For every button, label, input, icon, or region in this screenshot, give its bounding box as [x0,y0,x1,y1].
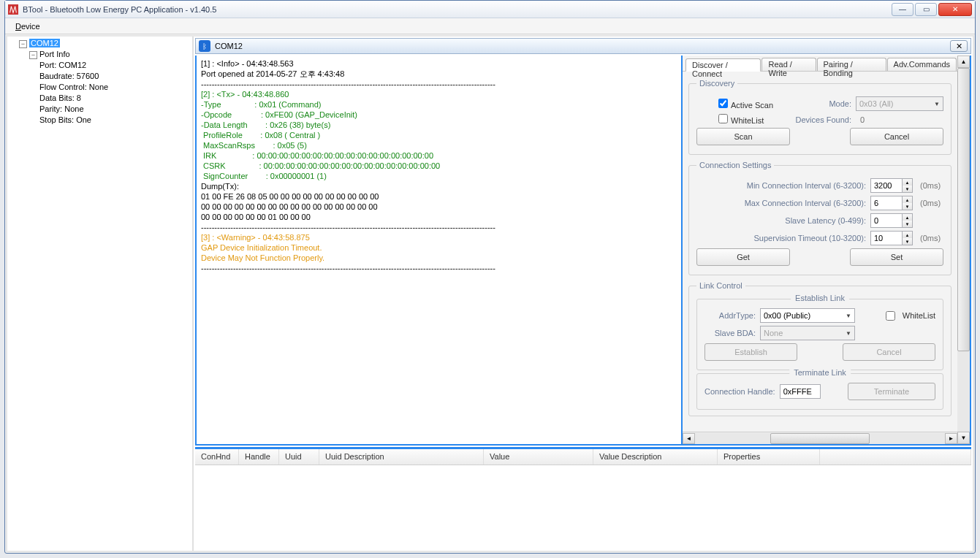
min-interval-input[interactable]: 3200 [870,178,903,193]
log-line: SignCounter : 0x00000001 (1) [201,171,677,181]
spinner[interactable]: ▲▼ [903,196,913,210]
scroll-thumb[interactable] [770,433,870,444]
tree-leaf[interactable]: Port: COM12 [39,60,191,71]
max-interval-label: Max Connection Interval (6-3200): [696,199,866,207]
tab-read-write[interactable]: Read / Write [761,58,816,71]
slavebda-combo[interactable]: None▼ [760,326,855,340]
link-cancel-button[interactable]: Cancel [843,343,935,361]
get-button[interactable]: Get [696,248,790,266]
scroll-right-icon[interactable]: ► [945,433,957,444]
log-line: -Type : 0x01 (Command) [201,99,677,110]
log-line: ProfileRole : 0x08 ( Central ) [201,130,677,140]
supervision-timeout-label: Supervision Timeout (10-3200): [696,234,866,242]
scroll-thumb[interactable] [957,68,970,351]
tree-leaf[interactable]: Parity: None [39,104,191,115]
log-line: 01 00 FE 26 08 05 00 00 00 00 00 00 00 0… [201,191,677,202]
menubar: Device [5,18,975,34]
max-interval-input[interactable]: 6 [870,196,903,210]
close-button[interactable]: ✕ [938,3,972,16]
link-control-group: Link Control Establish Link AddrType: 0x… [688,281,951,416]
panel-body: Discovery Active Scan Mode: 0x03 (All)▼ … [683,72,957,432]
maximize-button[interactable]: ▭ [915,3,937,16]
scroll-up-icon[interactable]: ▲ [957,56,970,68]
tree-leaf[interactable]: Baudrate: 57600 [39,71,191,82]
log-line: 00 00 00 00 00 00 00 00 00 00 00 00 00 0… [201,202,677,212]
spinner[interactable]: ▲▼ [903,231,913,245]
supervision-timeout-input[interactable]: 10 [870,231,903,245]
connection-settings-group: Connection Settings Min Connection Inter… [688,161,951,275]
vertical-scrollbar[interactable]: ▲ ▼ [957,56,970,444]
horizontal-scrollbar[interactable]: ◄ ► [683,432,957,444]
whitelist-checkbox[interactable] [718,114,728,123]
spinner[interactable]: ▲▼ [903,213,913,228]
log-line: Port opened at 2014-05-27 오후 4:43:48 [201,69,677,79]
com-header: ᛒ COM12 ✕ [195,38,971,54]
col-conhnd[interactable]: ConHnd [195,449,239,465]
tab-pairing[interactable]: Pairing / Bonding [817,58,886,71]
link-legend: Link Control [696,281,745,290]
log-pane[interactable]: [1] : <Info> - 04:43:48.563 Port opened … [197,56,681,444]
col-handle[interactable]: Handle [239,449,279,465]
side-panel: Discover / Connect Read / Write Pairing … [681,56,970,444]
conn-legend: Connection Settings [696,161,774,169]
com-close-button[interactable]: ✕ [950,40,968,52]
mode-combo[interactable]: 0x03 (All)▼ [856,96,943,111]
tree-toggle-icon[interactable]: − [29,51,37,59]
col-spacer [820,449,971,465]
set-button[interactable]: Set [850,248,943,266]
slave-latency-input[interactable]: 0 [870,213,903,228]
active-scan-label: Active Scan [731,101,773,110]
establish-legend: Establish Link [791,294,849,302]
minimize-button[interactable]: — [892,3,913,16]
tree-leaf[interactable]: Stop Bits: One [39,115,191,126]
col-properties[interactable]: Properties [718,449,820,465]
establish-button[interactable]: Establish [704,343,797,361]
col-value[interactable]: Value [484,449,593,465]
titlebar[interactable]: BTool - Bluetooth Low Energy PC Applicat… [5,1,975,18]
log-line: [2] : <Tx> - 04:43:48.860 [201,89,677,99]
tree-leaf[interactable]: Data Bits: 8 [39,93,191,104]
tree-pane: −COM12 −Port Info Port: COM12 Baudrate: … [7,37,194,551]
client-area: −COM12 −Port Info Port: COM12 Baudrate: … [6,35,974,552]
log-line: MaxScanRsps : 0x05 (5) [201,140,677,150]
unit-label: (0ms) [920,234,943,242]
tab-adv[interactable]: Adv.Commands [887,58,957,71]
log-line: ----------------------------------------… [201,263,677,273]
scroll-left-icon[interactable]: ◄ [683,433,695,444]
log-line: [3] : <Warning> - 04:43:58.875 [201,232,677,242]
table-body[interactable] [195,465,971,549]
addrtype-combo[interactable]: 0x00 (Public)▼ [760,308,855,323]
terminate-button[interactable]: Terminate [848,383,935,400]
scan-button[interactable]: Scan [696,128,790,145]
log-line: [1] : <Info> - 04:43:48.563 [201,58,677,69]
whitelist-label: WhiteList [731,116,764,125]
tab-discover[interactable]: Discover / Connect [685,58,761,72]
menu-device[interactable]: Device [11,20,45,32]
main-window: BTool - Bluetooth Low Energy PC Applicat… [4,0,976,554]
min-interval-label: Min Connection Interval (6-3200): [696,181,866,190]
discovery-legend: Discovery [696,79,737,88]
bluetooth-icon: ᛒ [199,40,210,52]
tree-node-com[interactable]: COM12 [29,39,60,47]
link-whitelist-checkbox[interactable] [886,311,895,321]
tree-leaf[interactable]: Flow Control: None [39,82,191,93]
tab-bar: Discover / Connect Read / Write Pairing … [683,56,957,72]
conn-handle-input[interactable]: 0xFFFE [780,384,821,399]
col-uuid[interactable]: Uuid [279,449,319,465]
scroll-down-icon[interactable]: ▼ [957,432,970,444]
chevron-down-icon: ▼ [846,330,851,337]
col-valuedesc[interactable]: Value Description [593,449,718,465]
active-scan-checkbox[interactable] [718,99,728,108]
spinner[interactable]: ▲▼ [903,178,913,193]
discovery-group: Discovery Active Scan Mode: 0x03 (All)▼ … [688,79,951,155]
slave-latency-label: Slave Latency (0-499): [696,216,866,225]
terminate-link-group: Terminate Link Connection Handle: 0xFFFE… [696,373,943,410]
tree-toggle-icon[interactable]: − [19,40,27,48]
chevron-down-icon: ▼ [934,101,940,107]
discovery-cancel-button[interactable]: Cancel [850,128,943,145]
mid-row: [1] : <Info> - 04:43:48.563 Port opened … [195,56,971,446]
app-icon [8,4,18,15]
tree-node-portinfo[interactable]: Port Info [39,50,70,58]
port-tree[interactable]: −COM12 −Port Info Port: COM12 Baudrate: … [9,38,191,126]
col-uuiddesc[interactable]: Uuid Description [319,449,484,465]
